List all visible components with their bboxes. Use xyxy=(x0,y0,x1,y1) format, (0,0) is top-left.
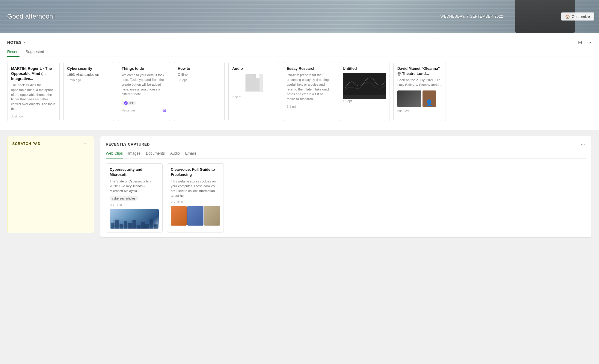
home-icon: 🏠 xyxy=(565,14,570,19)
notes-more-button[interactable]: ··· xyxy=(587,39,592,46)
note-card-time: Just now xyxy=(11,114,23,118)
rc-thumb-img-gray xyxy=(204,206,220,226)
city-building xyxy=(137,225,140,229)
note-card-body: Pro-tips: prepare for that upcoming essa… xyxy=(287,73,331,102)
rc-tab-audio[interactable]: Audio xyxy=(170,151,180,158)
note-card-essay-research[interactable]: Essay Research Pro-tips: prepare for tha… xyxy=(283,62,335,121)
note-card-martin[interactable]: MARTIN, Roger L - The Opposable Mind (..… xyxy=(7,62,60,121)
notes-header: NOTES › ⊞ ··· xyxy=(7,39,592,46)
rc-thumb-img-blue xyxy=(187,206,203,226)
city-building xyxy=(115,220,119,229)
rc-card-tag: cybersec articles xyxy=(110,196,138,201)
notes-cards-container: MARTIN, Roger L - The Opposable Mind (..… xyxy=(7,62,592,123)
note-card-footer: Just now xyxy=(11,114,56,118)
notes-title-arrow[interactable]: › xyxy=(24,40,25,45)
city-building xyxy=(141,222,145,229)
city-building xyxy=(111,223,114,229)
note-card-image-person xyxy=(423,90,436,107)
rc-more-button[interactable]: ··· xyxy=(580,141,586,148)
scratch-pad-title: SCRATCH PAD xyxy=(12,142,40,146)
hero-date: WEDNESDAY, 7 SEPTEMBER 2022 xyxy=(440,14,503,19)
rc-title: RECENTLY CAPTURED xyxy=(106,142,150,146)
note-card-dark-image xyxy=(343,73,386,99)
rc-card-body: The State of Cybersecurity in 2020: Five… xyxy=(110,179,159,194)
ellipsis-icon: ··· xyxy=(587,40,591,45)
note-card-footer: Yesterday ⊟ xyxy=(122,108,166,113)
note-card-title: MARTIN, Roger L - The Opposable Mind (..… xyxy=(11,66,56,81)
note-card-title: Untitled xyxy=(343,66,386,71)
note-card-time: 1 Sept xyxy=(232,95,241,99)
note-card-david-mamet[interactable]: David Mamet "Oleanna" @ Theatre Lond... … xyxy=(393,62,446,121)
rc-card-body: This website stores cookies on your comp… xyxy=(171,179,220,198)
city-building xyxy=(145,224,149,229)
customize-button[interactable]: 🏠 Customize xyxy=(561,13,594,21)
note-card-body: Seen on the 2 July, 2021. Dir Lucy Baile… xyxy=(397,78,442,87)
note-card-file-icon xyxy=(245,74,263,92)
rc-card-clearvoice[interactable]: Clearvoice: Full Guide to Freelancing Th… xyxy=(167,163,224,232)
city-building xyxy=(124,221,127,229)
hero-greeting: Good afternoon! xyxy=(7,13,55,20)
rc-header: RECENTLY CAPTURED ··· xyxy=(106,141,586,148)
note-card-cybersecurity[interactable]: Cybersecurity 1993 Virus explosion 1 min… xyxy=(63,62,114,121)
note-card-title: David Mamet "Oleanna" @ Theatre Lond... xyxy=(397,66,442,76)
notes-section: NOTES › ⊞ ··· Recent Suggested xyxy=(0,33,599,130)
city-building xyxy=(128,223,132,229)
note-card-subtitle: 1993 Virus explosion xyxy=(67,73,110,76)
notes-tabs: Recent Suggested xyxy=(7,49,592,57)
tab-recent[interactable]: Recent xyxy=(7,49,19,57)
svg-rect-0 xyxy=(343,73,386,95)
todo-badge: ✓ 0/1 xyxy=(122,101,136,105)
notes-view-toggle-button[interactable]: ⊞ xyxy=(577,39,583,46)
scratch-pad-content[interactable] xyxy=(12,151,89,229)
tab-suggested[interactable]: Suggested xyxy=(25,49,44,57)
rc-card-date: 26/10/20 xyxy=(110,203,159,207)
rc-card-date: 25/10/20 xyxy=(171,200,220,204)
notes-title-row: NOTES › xyxy=(7,40,25,45)
note-card-things-to-do[interactable]: Things to do Welcome to your default tas… xyxy=(118,62,170,121)
bottom-row: SCRATCH PAD ··· RECENTLY CAPTURED ··· We… xyxy=(0,130,599,244)
rc-card-title: Clearvoice: Full Guide to Freelancing xyxy=(171,167,220,177)
note-card-image-dark xyxy=(397,90,421,107)
rc-tabs: Web Clips Images Documents Audio Emails xyxy=(106,151,586,158)
scratch-pad-section: SCRATCH PAD ··· xyxy=(7,136,94,233)
note-card-body: The book studies the opposable mind, a m… xyxy=(11,83,56,112)
cyber-city-decoration xyxy=(110,218,159,229)
city-building xyxy=(120,224,123,229)
note-card-footer: 1 Sept xyxy=(232,95,275,99)
note-card-how-to[interactable]: How to Offline 5 Sept xyxy=(174,62,225,121)
rc-tab-web-clips[interactable]: Web Clips xyxy=(106,151,123,158)
city-building xyxy=(154,224,158,229)
notes-header-actions: ⊞ ··· xyxy=(577,39,592,46)
note-card-footer: 1 min ago xyxy=(67,78,110,82)
rc-tab-images[interactable]: Images xyxy=(128,151,141,158)
todo-count: 0/1 xyxy=(129,101,133,105)
note-card-footer: 1 Sept xyxy=(287,105,331,108)
note-card-title: Cybersecurity xyxy=(67,66,110,71)
todo-check-icon: ✓ xyxy=(124,101,128,105)
note-card-subtitle: Offline xyxy=(178,73,221,76)
note-card-audio[interactable]: Audio 1 Sept xyxy=(228,62,279,121)
rc-tab-emails[interactable]: Emails xyxy=(185,151,197,158)
city-building xyxy=(150,219,153,229)
recently-captured-section: RECENTLY CAPTURED ··· Web Clips Images D… xyxy=(100,136,592,238)
scratch-pad-more-button[interactable]: ··· xyxy=(83,141,89,147)
notes-title: NOTES xyxy=(7,40,22,45)
rc-card-title: Cybersecurity and Microsoft xyxy=(110,167,159,177)
customize-label: Customize xyxy=(572,14,590,19)
note-card-untitled[interactable]: Untitled 1 Sept xyxy=(339,62,390,121)
grid-icon: ⊞ xyxy=(578,40,582,45)
note-card-footer: 1 Sept xyxy=(343,99,386,103)
note-card-title: Things to do xyxy=(122,66,166,71)
task-icon: ⊟ xyxy=(163,108,166,113)
city-building xyxy=(132,220,136,229)
rc-card-thumb xyxy=(110,209,159,229)
note-card-body: Welcome to your default task note. Tasks… xyxy=(122,73,166,97)
note-card-title: How to xyxy=(178,66,221,71)
hero-blinds-decoration xyxy=(0,0,599,33)
note-card-title: Essay Research xyxy=(287,66,331,71)
rc-thumb-img-orange xyxy=(171,206,187,226)
hero-section: Good afternoon! WEDNESDAY, 7 SEPTEMBER 2… xyxy=(0,0,599,33)
note-card-time: 1 Sept xyxy=(343,99,352,103)
rc-card-cybersec-ms[interactable]: Cybersecurity and Microsoft The State of… xyxy=(106,163,163,232)
rc-tab-documents[interactable]: Documents xyxy=(146,151,165,158)
